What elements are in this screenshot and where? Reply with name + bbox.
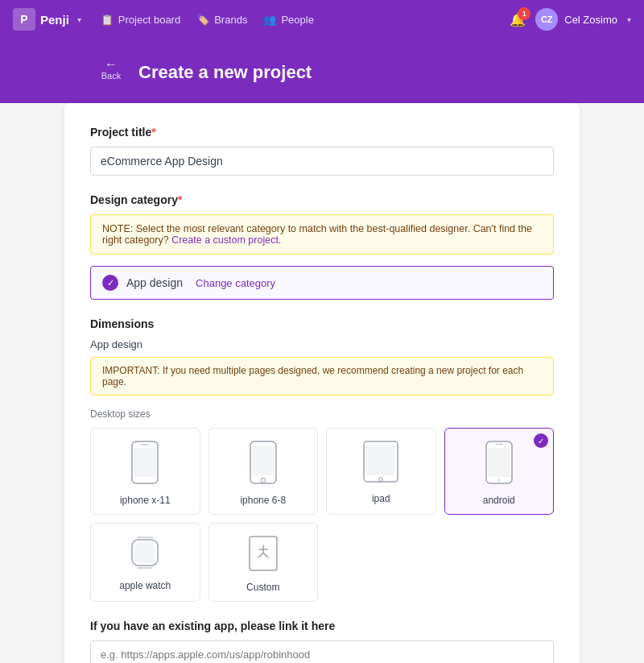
device-card-apple-watch[interactable]: apple watch xyxy=(90,523,200,602)
brand-icon: P xyxy=(13,8,35,31)
ipad-icon xyxy=(362,440,399,487)
required-star: * xyxy=(151,126,155,139)
category-selected: ✓ App design Change category xyxy=(90,266,554,300)
app-link-section: If you have an existing app, please link… xyxy=(90,619,554,663)
device-card-iphone-6-8[interactable]: iphone 6-8 xyxy=(208,428,319,515)
nav-links: 📋 Project board 🏷️ Brands 👥 People xyxy=(101,14,314,26)
device-grid-row2: apple watch Custom xyxy=(90,523,554,602)
svg-rect-1 xyxy=(141,444,149,445)
svg-rect-14 xyxy=(137,567,153,569)
svg-rect-16 xyxy=(134,542,155,563)
note-box: NOTE: Select the most relevant category … xyxy=(90,214,554,255)
device-card-ipad[interactable]: ipad xyxy=(326,428,436,515)
android-label: android xyxy=(483,495,515,506)
brand-name: Penji xyxy=(40,13,69,27)
iphone-x11-icon xyxy=(130,440,159,488)
user-menu[interactable]: CZ Cel Zosimo ▾ xyxy=(535,8,631,31)
nav-link-brands[interactable]: 🏷️ Brands xyxy=(196,14,247,26)
brands-icon: 🏷️ xyxy=(196,14,209,26)
custom-icon xyxy=(248,535,279,575)
check-circle-icon: ✓ xyxy=(102,275,118,291)
create-custom-link[interactable]: Create a custom project. xyxy=(171,234,281,246)
svg-rect-5 xyxy=(252,446,275,475)
apple-watch-icon xyxy=(130,535,159,574)
notification-bell[interactable]: 🔔 1 xyxy=(510,12,526,27)
desktop-sizes-label: Desktop sizes xyxy=(90,408,554,420)
nav-link-brands-label: Brands xyxy=(214,14,247,26)
user-menu-chevron-icon: ▾ xyxy=(627,15,631,24)
page-title-row: ← Back Create a new project xyxy=(97,58,644,87)
svg-rect-10 xyxy=(495,444,503,445)
apple-watch-label: apple watch xyxy=(119,580,171,591)
project-title-input[interactable] xyxy=(90,147,554,176)
page-title: Create a new project xyxy=(138,62,312,83)
important-note: IMPORTANT: If you need multiple pages de… xyxy=(90,357,554,396)
avatar: CZ xyxy=(535,8,558,31)
bell-badge: 1 xyxy=(518,7,530,20)
dimensions-section: Dimensions App design IMPORTANT: If you … xyxy=(90,317,554,602)
back-arrow-icon: ← xyxy=(105,58,118,71)
back-button[interactable]: ← Back xyxy=(97,58,126,81)
android-check-icon: ✓ xyxy=(534,433,548,448)
svg-rect-2 xyxy=(134,448,156,477)
nav-right: 🔔 1 CZ Cel Zosimo ▾ xyxy=(510,8,631,31)
svg-point-12 xyxy=(497,479,501,482)
main-content: Project title* Design category* NOTE: Se… xyxy=(0,103,644,663)
svg-rect-13 xyxy=(137,537,153,538)
svg-rect-8 xyxy=(366,445,395,475)
selected-category-label: App design xyxy=(126,276,183,289)
dimensions-label: Dimensions xyxy=(90,317,554,330)
user-name: Cel Zosimo xyxy=(564,14,617,26)
iphone-6-8-icon xyxy=(249,440,278,488)
iphone-x11-label: iphone x-11 xyxy=(120,495,171,506)
custom-label: Custom xyxy=(246,582,279,593)
change-category-link[interactable]: Change category xyxy=(196,277,275,289)
nav-brand[interactable]: P Penji ▾ xyxy=(13,8,81,31)
brand-chevron-icon: ▾ xyxy=(77,15,81,24)
android-icon xyxy=(485,440,514,488)
app-link-label: If you have an existing app, please link… xyxy=(90,619,554,632)
people-icon: 👥 xyxy=(263,14,276,26)
back-label: Back xyxy=(101,71,121,81)
nav-link-project-board[interactable]: 📋 Project board xyxy=(101,14,180,26)
svg-rect-11 xyxy=(488,448,510,477)
app-link-input[interactable] xyxy=(90,640,554,663)
project-board-icon: 📋 xyxy=(101,14,114,26)
nav-link-people[interactable]: 👥 People xyxy=(263,14,313,26)
project-title-section: Project title* xyxy=(90,126,554,176)
device-grid-row1: iphone x-11 iphone 6-8 xyxy=(90,428,554,515)
note-text: NOTE: Select the most relevant category … xyxy=(102,223,532,246)
device-card-iphone-x11[interactable]: iphone x-11 xyxy=(90,428,200,515)
design-category-section: Design category* NOTE: Select the most r… xyxy=(90,193,554,300)
iphone-6-8-label: iphone 6-8 xyxy=(240,495,286,506)
project-title-label: Project title* xyxy=(90,126,554,139)
design-category-label: Design category* xyxy=(90,193,554,206)
form-card: Project title* Design category* NOTE: Se… xyxy=(64,103,580,663)
ipad-label: ipad xyxy=(372,493,390,504)
device-card-android[interactable]: ✓ android xyxy=(444,428,555,515)
nav-link-project-board-label: Project board xyxy=(118,14,180,26)
device-card-custom[interactable]: Custom xyxy=(208,523,319,602)
navbar: P Penji ▾ 📋 Project board 🏷️ Brands 👥 Pe… xyxy=(0,0,644,39)
required-star-2: * xyxy=(178,193,182,206)
nav-link-people-label: People xyxy=(281,14,313,26)
app-design-label: App design xyxy=(90,338,554,350)
